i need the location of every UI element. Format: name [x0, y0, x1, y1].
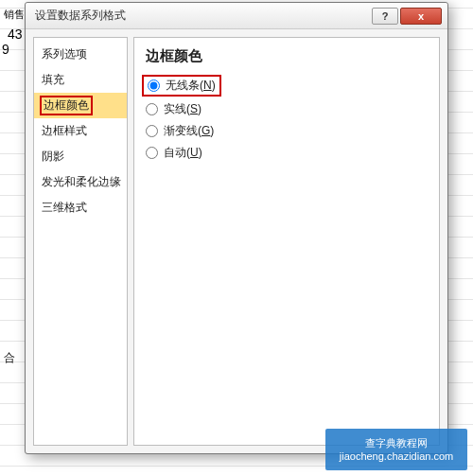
- radio-label: 实线(S): [164, 101, 201, 117]
- category-sidebar: 系列选项 填充 边框颜色 边框样式 阴影 发光和柔化边缘 三维格式: [33, 37, 128, 446]
- sidebar-item-shadow[interactable]: 阴影: [34, 144, 127, 169]
- main-panel: 边框颜色 无线条(N) 实线(S) 渐变线(G) 自动(U): [133, 37, 440, 446]
- help-icon: ?: [382, 10, 389, 22]
- sidebar-item-label: 发光和柔化边缘: [42, 175, 121, 188]
- sheet-cell-value-2: 9: [2, 42, 9, 57]
- radio-solid-line-input[interactable]: [146, 103, 158, 115]
- radio-label: 渐变线(G): [164, 123, 214, 139]
- highlight-box: 边框颜色: [40, 96, 93, 115]
- radio-option-no-line[interactable]: 无线条(N): [142, 75, 221, 97]
- radio-gradient-line-input[interactable]: [146, 125, 158, 137]
- sidebar-item-label: 填充: [42, 73, 64, 86]
- sheet-cell-value-1: 43: [8, 26, 23, 42]
- watermark: 查字典教程网 jiaocheng.chazidian.com: [325, 429, 467, 470]
- dialog-titlebar[interactable]: 设置数据系列格式 ? x: [26, 3, 447, 29]
- sidebar-item-border-color[interactable]: 边框颜色: [34, 93, 127, 118]
- sheet-sum-label: 合: [4, 350, 15, 366]
- sidebar-item-label: 系列选项: [42, 47, 87, 61]
- sidebar-item-label: 三维格式: [42, 201, 87, 214]
- watermark-line2: jiaocheng.chazidian.com: [340, 450, 453, 463]
- sidebar-item-fill[interactable]: 填充: [34, 67, 127, 93]
- dialog-title: 设置数据系列格式: [35, 8, 370, 24]
- radio-label: 无线条(N): [166, 78, 216, 94]
- radio-automatic-input[interactable]: [146, 147, 158, 159]
- sidebar-item-label: 阴影: [42, 150, 64, 163]
- sidebar-item-3d-format[interactable]: 三维格式: [34, 195, 127, 220]
- close-icon: x: [418, 10, 424, 22]
- panel-heading: 边框颜色: [146, 47, 428, 65]
- radio-option-gradient-line[interactable]: 渐变线(G): [146, 120, 428, 142]
- close-button[interactable]: x: [400, 8, 442, 25]
- watermark-line1: 查字典教程网: [365, 436, 428, 450]
- dialog-body: 系列选项 填充 边框颜色 边框样式 阴影 发光和柔化边缘 三维格式 边框颜色 无…: [26, 29, 447, 453]
- sidebar-item-series-options[interactable]: 系列选项: [34, 42, 127, 67]
- format-data-series-dialog: 设置数据系列格式 ? x 系列选项 填充 边框颜色 边框样式 阴影 发光和柔化边…: [25, 2, 448, 454]
- radio-option-solid-line[interactable]: 实线(S): [146, 98, 428, 120]
- radio-option-automatic[interactable]: 自动(U): [146, 142, 428, 164]
- radio-label: 自动(U): [164, 145, 202, 161]
- sidebar-item-border-style[interactable]: 边框样式: [34, 118, 127, 144]
- help-button[interactable]: ?: [372, 8, 398, 25]
- sidebar-item-label: 边框样式: [42, 124, 87, 137]
- radio-no-line-input[interactable]: [148, 79, 160, 92]
- sidebar-item-label: 边框颜色: [44, 98, 89, 112]
- sidebar-item-glow[interactable]: 发光和柔化边缘: [34, 169, 127, 195]
